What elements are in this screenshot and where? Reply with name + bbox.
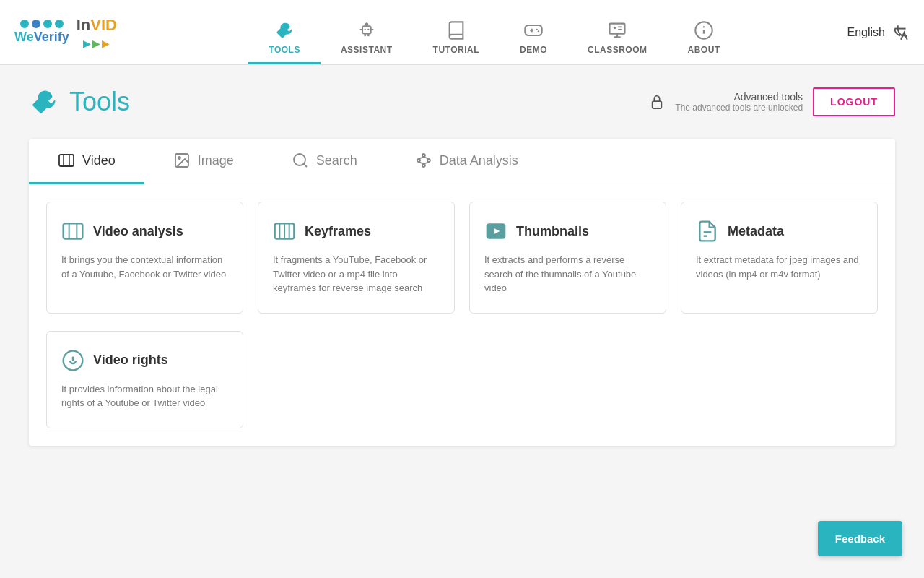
metadata-card-icon [696,220,719,243]
tab-video[interactable]: Video [29,139,144,184]
dot1 [20,20,29,28]
nav-item-tools[interactable]: TOOLS [248,0,321,64]
card-metadata-title: Metadata [728,224,784,239]
invid-vid: VID [90,16,117,35]
svg-line-38 [424,162,429,164]
card-metadata[interactable]: Metadata It extract metadata for jpeg im… [681,202,878,314]
card-video-analysis[interactable]: Video analysis It brings you the context… [46,202,243,314]
arrow1: ▶ [83,38,91,49]
nav-label-tutorial: TUTORIAL [433,45,479,55]
advanced-tools-area: Advanced tools The advanced tools are un… [649,87,895,116]
language-selector[interactable]: English [816,23,910,42]
nav-item-assistant[interactable]: ASSISTANT [321,0,413,64]
video-tab-icon [58,152,75,169]
play-arrows: ▶ ▶ ▶ [83,38,110,49]
card-thumbnails-header: Thumbnails [484,220,651,243]
main-content: Tools Advanced tools The advanced tools … [0,65,924,578]
logo-we: We [14,30,34,45]
svg-point-17 [614,27,616,30]
svg-point-32 [417,159,420,162]
feedback-button[interactable]: Feedback [818,521,902,556]
dot4 [55,20,64,28]
svg-rect-24 [59,155,74,166]
card-video-analysis-desc: It brings you the contextual information… [61,253,228,281]
nav-label-about: ABOUT [688,45,720,55]
card-keyframes[interactable]: Keyframes It fragments a YouTube, Facebo… [258,202,455,314]
svg-line-37 [419,162,424,164]
svg-point-22 [704,27,705,27]
svg-rect-14 [610,24,625,34]
svg-rect-0 [362,26,371,33]
keyframes-card-icon [273,220,296,243]
svg-rect-23 [653,101,662,108]
svg-point-31 [422,154,425,157]
page-title: Tools [69,87,130,117]
svg-line-36 [424,157,429,159]
svg-rect-7 [364,34,365,37]
svg-line-30 [303,164,306,167]
card-video-rights-desc: It provides information about the legal … [61,382,228,410]
video-cards-grid: Video analysis It brings you the context… [29,184,895,331]
thumbnails-card-icon [484,220,507,243]
video-analysis-card-icon [61,220,84,243]
demo-nav-icon [523,20,544,40]
card-thumbnails-title: Thumbnails [516,224,589,239]
tools-panel: Video Image Search Data Analysis [29,139,895,446]
logout-button[interactable]: LOGOUT [813,87,895,116]
lock-icon [649,94,665,110]
video-rights-card-icon [61,349,84,372]
tabs-row: Video Image Search Data Analysis [29,139,895,184]
logo-dots [20,20,64,28]
card-video-analysis-title: Video analysis [93,224,183,239]
dot2 [32,20,40,28]
tab-video-label: Video [82,153,116,168]
svg-point-29 [294,154,305,165]
logo-area: We Verify InVID ▶ ▶ ▶ [14,16,173,49]
svg-point-33 [427,159,430,162]
dot3 [43,20,52,28]
card-thumbnails-desc: It extracts and performs a reverse searc… [484,253,651,296]
svg-point-2 [367,29,369,30]
logo-verify: Verify [34,30,69,45]
nav-item-tutorial[interactable]: TUTORIAL [413,0,500,64]
card-keyframes-header: Keyframes [273,220,440,243]
tab-search[interactable]: Search [263,139,386,184]
weverify-logo: We Verify [14,20,69,45]
tab-data-analysis[interactable]: Data Analysis [386,139,547,184]
tools-nav-icon [274,20,295,40]
card-video-analysis-header: Video analysis [61,220,228,243]
card-thumbnails[interactable]: Thumbnails It extracts and performs a re… [469,202,666,314]
page-wrench-icon [29,87,59,117]
main-nav: TOOLS ASSISTANT TUTORIAL DEMO [173,0,816,64]
svg-point-34 [422,164,425,167]
invid-logo: InVID ▶ ▶ ▶ [77,16,117,49]
nav-item-about[interactable]: ABOUT [668,0,741,64]
card-video-rights[interactable]: Video rights It provides information abo… [46,331,243,428]
tab-data-analysis-label: Data Analysis [440,153,518,168]
svg-point-13 [538,30,539,32]
nav-item-demo[interactable]: DEMO [500,0,567,64]
arrow2: ▶ [92,38,100,49]
about-nav-icon [694,20,714,40]
translate-icon [891,23,910,42]
card-video-rights-header: Video rights [61,349,228,372]
image-tab-icon [173,152,191,169]
svg-point-1 [364,29,365,30]
page-header: Tools Advanced tools The advanced tools … [29,87,895,117]
assistant-nav-icon [357,20,377,40]
invid-in: In [77,16,91,35]
svg-line-35 [419,157,424,159]
card-metadata-header: Metadata [696,220,863,243]
tab-search-label: Search [316,153,357,168]
tutorial-nav-icon [446,20,466,40]
logo-wordmark: We Verify [14,30,69,45]
svg-rect-39 [64,223,83,238]
card-metadata-desc: It extract metadata for jpeg images and … [696,253,863,281]
card-video-rights-title: Video rights [93,353,168,368]
page-title-area: Tools [29,87,130,117]
arrow3: ▶ [102,38,110,49]
classroom-nav-icon [607,20,627,40]
advanced-tools-subtitle: The advanced tools are unlocked [675,103,803,113]
nav-item-classroom[interactable]: CLASSROOM [567,0,668,64]
tab-image[interactable]: Image [144,139,263,184]
